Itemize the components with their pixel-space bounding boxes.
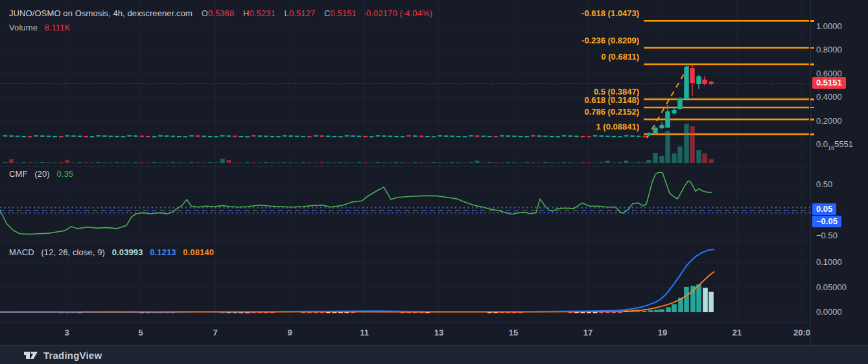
price-axis-label: 1.0000 (816, 21, 842, 31)
last-price-badge: 0.5151 (812, 77, 846, 89)
chart-canvas[interactable] (0, 0, 810, 345)
fib-level-label: -0.618 (1.0473) (490, 8, 639, 18)
time-axis-label: 19 (658, 328, 667, 337)
cmf-value: 0.35 (56, 169, 73, 179)
time-axis-label: 15 (509, 328, 518, 337)
fib-axis-tick (810, 98, 814, 100)
cmf-band-badge: 0.05 (812, 203, 836, 215)
chart-root: JUNO/OSMO on Osmosis, 4h, dexscreener.co… (0, 0, 868, 364)
time-axis[interactable]: 357911131517192120:0 (0, 323, 810, 345)
fib-axis-tick (810, 133, 814, 135)
macd-axis-label: 0.05000 (816, 282, 847, 292)
time-axis-label: 3 (64, 328, 69, 337)
fib-level-label: 1 (0.08841) (490, 122, 639, 131)
fib-axis-tick (810, 107, 814, 109)
macd-hist-value: 0.03993 (112, 247, 143, 257)
fib-level-label: 0.786 (0.2152) (490, 107, 639, 117)
macd-line-value: 0.1213 (150, 247, 176, 257)
low-value: 0.5127 (289, 8, 315, 18)
volume-label: Volume (9, 23, 38, 32)
fib-axis-tick (810, 47, 814, 49)
low-label: L (285, 8, 289, 18)
fib-axis-tick (810, 63, 814, 65)
cmf-title: CMF (9, 169, 27, 179)
pane-separator[interactable] (0, 166, 810, 166)
symbol-legend[interactable]: JUNO/OSMO on Osmosis, 4h, dexscreener.co… (9, 8, 432, 18)
cmf-legend[interactable]: CMF (20) 0.35 (9, 169, 73, 179)
macd-title: MACD (9, 247, 34, 257)
fib-axis-tick (810, 119, 814, 120)
macd-legend[interactable]: MACD (12, 26, close, 9) 0.03993 0.1213 0… (9, 247, 214, 257)
cmf-params: (20) (34, 169, 50, 179)
time-axis-label: 20:0 (793, 328, 810, 337)
macd-axis-label: 0.0000 (816, 307, 842, 317)
time-axis-label: 11 (360, 328, 369, 337)
tradingview-logo-icon[interactable] (23, 350, 38, 361)
macd-axis-label: 0.1000 (816, 257, 842, 267)
open-label: O (202, 8, 208, 18)
price-axis-label: 0.0165551 (816, 139, 853, 151)
cmf-axis-label: 0.50 (816, 179, 832, 189)
symbol-title: JUNO/OSMO on Osmosis, 4h, dexscreener.co… (9, 8, 193, 18)
cmf-axis-label: −0.50 (816, 231, 838, 240)
cmf-band-badge: −0.05 (812, 216, 841, 227)
time-axis-label: 5 (138, 328, 143, 337)
open-value: 0.5368 (208, 8, 234, 18)
volume-legend[interactable]: Volume 8.111K (9, 23, 71, 32)
fib-level-label: 0.618 (0.3148) (490, 95, 639, 105)
price-axis-label: 0.8000 (816, 45, 842, 54)
close-label: C (324, 8, 331, 18)
footer-bar: TradingView (0, 345, 868, 364)
pane-separator[interactable] (0, 242, 810, 242)
fib-axis-tick (810, 20, 814, 22)
price-axis[interactable]: 1.00000.80000.60000.40000.20000.01655510… (810, 0, 868, 322)
macd-signal-value: 0.08140 (183, 247, 214, 257)
fib-level-label: -0.236 (0.8209) (490, 36, 639, 45)
macd-params: (12, 26, close, 9) (41, 247, 105, 257)
fib-level-label: 0 (0.6811) (490, 52, 639, 62)
time-axis-label: 21 (733, 328, 742, 337)
high-label: H (243, 8, 250, 18)
change-value: -0.02170 (-4.04%) (364, 8, 432, 18)
time-axis-label: 7 (213, 328, 217, 337)
price-axis-label: 0.4000 (816, 92, 842, 102)
volume-value: 8.111K (45, 23, 71, 32)
time-axis-label: 17 (583, 328, 592, 337)
tradingview-brand[interactable]: TradingView (43, 350, 102, 361)
time-axis-label: 9 (287, 328, 292, 337)
close-value: 0.5151 (331, 8, 357, 18)
time-axis-label: 13 (434, 328, 443, 337)
price-axis-label: 0.2000 (816, 116, 842, 126)
high-value: 0.5231 (250, 8, 276, 18)
